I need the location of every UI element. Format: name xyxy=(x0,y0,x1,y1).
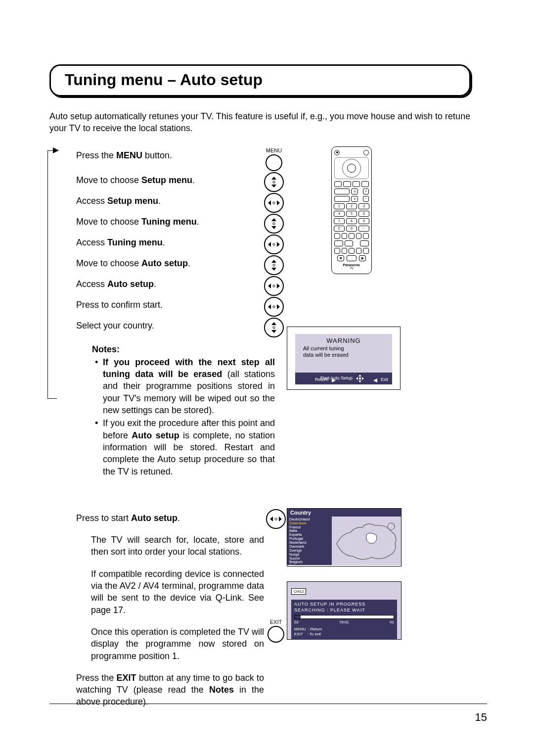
step-bracket xyxy=(47,150,57,399)
menu-button-icon xyxy=(266,154,282,171)
svg-marker-21 xyxy=(271,268,276,271)
svg-marker-24 xyxy=(277,284,280,288)
lower-paragraph: If compatible recording device is connec… xyxy=(76,568,264,616)
progress-bar xyxy=(294,615,394,619)
svg-marker-10 xyxy=(268,200,271,205)
svg-marker-16 xyxy=(268,242,271,247)
nav-updown-icon xyxy=(264,318,284,337)
nav-updown-icon xyxy=(264,214,284,234)
channel-chip: CH12 xyxy=(291,588,306,595)
step-text: Select your country. xyxy=(76,317,254,331)
notes-heading: Notes: xyxy=(92,343,275,355)
svg-marker-13 xyxy=(271,218,276,221)
svg-marker-9 xyxy=(271,185,276,188)
exit-label: EXIT xyxy=(266,619,286,625)
svg-marker-31 xyxy=(270,517,273,521)
nav-leftright-icon xyxy=(264,235,284,254)
page-title: Tuning menu – Auto setup xyxy=(65,71,455,89)
svg-marker-7 xyxy=(271,177,276,180)
arrow-right-icon xyxy=(53,147,59,153)
country-title: Country xyxy=(287,509,401,517)
country-screen: Country DeutschlandÖsterreichFranceItali… xyxy=(287,508,401,567)
step-text: Move to choose Tuning menu. xyxy=(76,213,254,228)
step-text: Access Setup menu. xyxy=(76,192,254,207)
svg-marker-30 xyxy=(271,330,276,333)
note-item: If you exit the procedure after this poi… xyxy=(98,417,275,477)
progress-screen: CH12 AUTO SETUP IN PROGRESS SEARCHING : … xyxy=(287,581,401,640)
svg-marker-33 xyxy=(279,517,282,521)
footer-rule xyxy=(49,704,487,704)
step-text: Press to confirm start. xyxy=(76,296,254,311)
svg-marker-19 xyxy=(271,260,276,263)
svg-point-14 xyxy=(273,222,275,224)
svg-marker-27 xyxy=(277,304,280,309)
europe-map-icon xyxy=(332,517,401,565)
page-title-box: Tuning menu – Auto setup xyxy=(49,64,471,96)
svg-point-17 xyxy=(273,243,275,245)
svg-marker-12 xyxy=(277,200,280,205)
page-number: 15 xyxy=(475,711,487,724)
svg-marker-28 xyxy=(271,322,276,325)
exit-button-icon xyxy=(267,626,284,643)
nav-updown-icon xyxy=(264,255,284,275)
step-text: Move to choose Setup menu. xyxy=(76,171,254,186)
notes-block: Notes: If you proceed with the next step… xyxy=(76,343,275,477)
manual-page: Tuning menu – Auto setup Auto setup auto… xyxy=(0,0,534,756)
lower-paragraph: The TV will search for, locate, store an… xyxy=(76,534,264,558)
intro-text: Auto setup automatically retunes your TV… xyxy=(49,110,475,135)
svg-point-26 xyxy=(273,305,275,307)
nav-leftright-icon xyxy=(264,276,284,296)
lower-paragraph: Once this operation is completed the TV … xyxy=(76,626,264,662)
nav-updown-icon xyxy=(264,172,284,192)
lower-block: EXIT Country DeutschlandÖsterreichFrance… xyxy=(49,512,494,708)
lower-step: Press the EXIT button at any time to go … xyxy=(76,672,264,708)
svg-marker-18 xyxy=(277,242,280,247)
svg-marker-15 xyxy=(271,226,276,229)
svg-point-32 xyxy=(275,518,277,520)
lower-step: Press to start Auto setup. xyxy=(76,512,264,524)
note-item: If you proceed with the next step all tu… xyxy=(98,356,275,416)
nav-leftright-icon xyxy=(266,509,286,529)
menu-label: MENU xyxy=(266,147,282,153)
steps-grid: ∧+ ∨− 123 456 789 C0← ■▶ Panasonic TV WA… xyxy=(49,146,494,477)
svg-point-23 xyxy=(273,284,275,286)
step-text: Access Tuning menu. xyxy=(76,234,254,248)
svg-point-20 xyxy=(273,264,275,266)
nav-leftright-icon xyxy=(264,297,284,317)
step-text: Press the MENU button. xyxy=(76,146,254,161)
step-list: Press the MENU button. MENU Move to choo… xyxy=(49,146,494,477)
svg-point-8 xyxy=(273,181,275,183)
svg-marker-22 xyxy=(268,284,271,288)
svg-marker-25 xyxy=(268,304,271,309)
nav-leftright-icon xyxy=(264,193,284,213)
step-text: Move to choose Auto setup. xyxy=(76,254,254,269)
step-text: Access Auto setup. xyxy=(76,275,254,290)
country-list: DeutschlandÖsterreichFranceItaliaEspañaP… xyxy=(287,517,332,565)
svg-point-11 xyxy=(273,201,275,203)
svg-point-29 xyxy=(273,326,275,328)
